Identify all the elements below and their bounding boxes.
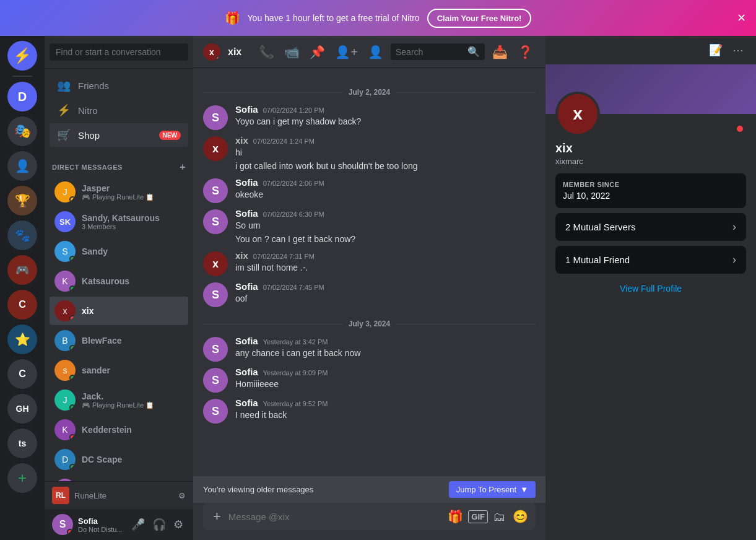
emoji-button[interactable]: 😊 bbox=[510, 507, 531, 526]
sidebar-item-friends[interactable]: 👥 Friends bbox=[50, 74, 188, 97]
sidebar-item-shop[interactable]: 🛒 Shop NEW bbox=[50, 123, 188, 147]
message-content: Sofia Yesterday at 9:09 PM Homiiieeee bbox=[235, 367, 536, 393]
list-item[interactable]: SK Sandy, Katsaurous 3 Members bbox=[50, 207, 188, 236]
view-full-profile-button[interactable]: View Full Profile bbox=[555, 279, 746, 298]
server-icon-1[interactable]: D bbox=[7, 82, 37, 111]
dm-item-name: Katsaurous bbox=[82, 276, 129, 286]
list-item[interactable]: T Teezzyy 🎮 Playing RuneLite 📋 bbox=[50, 475, 188, 481]
message-group: S Sofia 07/02/2024 7:45 PM oof bbox=[193, 279, 545, 310]
message-timestamp: Yesterday at 3:42 PM bbox=[263, 338, 328, 346]
dm-item-name: BlewFace bbox=[82, 336, 122, 346]
gif-button[interactable]: GIF bbox=[468, 510, 488, 523]
chat-contact-status bbox=[215, 56, 220, 61]
search-input[interactable] bbox=[50, 43, 188, 61]
status-indicator bbox=[69, 315, 76, 321]
server-divider bbox=[12, 76, 32, 77]
server-icon-7[interactable]: ⭐ bbox=[7, 324, 37, 354]
message-text: So um bbox=[235, 220, 536, 232]
settings-button[interactable]: ⚙ bbox=[171, 515, 186, 534]
list-item[interactable]: S Sandy bbox=[50, 237, 188, 266]
message-group: S Sofia 07/02/2024 2:06 PM okeoke bbox=[193, 175, 545, 206]
avatar: S bbox=[203, 368, 228, 393]
call-button[interactable]: 📞 bbox=[256, 42, 277, 62]
add-server-button[interactable]: + bbox=[7, 463, 37, 493]
video-button[interactable]: 📹 bbox=[282, 42, 302, 62]
avatar: S bbox=[203, 209, 228, 234]
runelite-settings-icon[interactable]: ⚙ bbox=[178, 491, 186, 500]
more-options-button[interactable]: ⋯ bbox=[730, 41, 746, 59]
mutual-friends-item[interactable]: 1 Mutual Friend › bbox=[555, 246, 746, 274]
mute-button[interactable]: 🎤 bbox=[129, 515, 147, 534]
message-content: Sofia 07/02/2024 7:45 PM oof bbox=[235, 281, 536, 307]
dm-item-name: DC Scape bbox=[82, 455, 122, 464]
avatar: B bbox=[54, 330, 76, 351]
server-icon-6[interactable]: 🎮 bbox=[7, 255, 37, 285]
help-button[interactable]: ❓ bbox=[515, 42, 536, 62]
message-content: Sofia 07/02/2024 1:20 PM Yoyo can i get … bbox=[235, 104, 536, 130]
claim-nitro-button[interactable]: Claim Your Free Nitro! bbox=[427, 9, 532, 28]
server-icon-gh[interactable]: GH bbox=[7, 394, 37, 424]
profile-status-dnd bbox=[735, 124, 745, 134]
nitro-banner: 🎁 You have 1 hour left to get a free tri… bbox=[0, 0, 756, 36]
server-icon-3[interactable]: 👤 bbox=[7, 151, 37, 181]
status-indicator bbox=[69, 256, 76, 262]
add-dm-button[interactable]: + bbox=[180, 162, 186, 173]
list-item[interactable]: J Jasper 🎮 Playing RuneLite 📋 bbox=[50, 178, 188, 206]
list-item[interactable]: J Jack. 🎮 Playing RuneLite 📋 bbox=[50, 386, 188, 414]
add-friend-button[interactable]: 👤+ bbox=[332, 42, 360, 62]
dm-item-info: Katsaurous bbox=[82, 276, 129, 286]
server-icon-5[interactable]: 🐾 bbox=[7, 220, 37, 250]
message-text-continued: You on ? can I get it back now? bbox=[235, 233, 536, 246]
jump-to-present-button[interactable]: Jump To Present ▼ bbox=[449, 481, 536, 498]
dm-item-info: xix bbox=[82, 306, 93, 316]
add-attachment-button[interactable]: + bbox=[208, 508, 226, 525]
deafen-button[interactable]: 🎧 bbox=[150, 515, 168, 534]
message-content: xix 07/02/2024 7:31 PM im still not home… bbox=[235, 250, 536, 276]
profile-button[interactable]: 👤 bbox=[365, 42, 386, 62]
date-divider-text: July 2, 2024 bbox=[349, 88, 390, 97]
discord-home-button[interactable]: ⚡ bbox=[7, 41, 37, 71]
dm-item-info: Sandy, Katsaurous 3 Members bbox=[82, 213, 160, 230]
chat-search-input[interactable] bbox=[396, 47, 464, 57]
server-icon-cheese[interactable]: C bbox=[7, 290, 37, 320]
list-item[interactable]: s sander bbox=[50, 356, 188, 385]
message-header: Sofia Yesterday at 3:42 PM bbox=[235, 336, 536, 346]
server-icon-4[interactable]: 🏆 bbox=[7, 186, 37, 216]
user-panel-status: Do Not Distu... bbox=[78, 526, 124, 533]
mutual-friends-text: 1 Mutual Friend bbox=[565, 255, 630, 265]
close-banner-button[interactable]: ✕ bbox=[737, 11, 746, 25]
list-item[interactable]: K Katsaurous bbox=[50, 267, 188, 295]
avatar: S bbox=[203, 399, 228, 424]
sticker-button[interactable]: 🗂 bbox=[490, 507, 508, 526]
list-item-xix[interactable]: x xix bbox=[50, 297, 188, 325]
list-item[interactable]: K Kedderstein bbox=[50, 416, 188, 444]
status-indicator bbox=[69, 375, 76, 381]
server-icon-ts[interactable]: ts bbox=[7, 429, 37, 458]
dm-item-info: Sandy bbox=[82, 246, 108, 256]
inbox-button[interactable]: 📥 bbox=[490, 42, 510, 62]
nitro-banner-text: You have 1 hour left to get a free trial… bbox=[248, 13, 420, 23]
status-indicator bbox=[69, 345, 76, 351]
dm-item-sub: 3 Members bbox=[82, 223, 160, 230]
message-text: Homiiieeee bbox=[235, 378, 536, 391]
pin-button[interactable]: 📌 bbox=[307, 42, 328, 62]
chevron-right-icon: › bbox=[732, 220, 736, 233]
message-timestamp: 07/02/2024 7:45 PM bbox=[263, 284, 324, 291]
mutual-servers-item[interactable]: 2 Mutual Servers › bbox=[555, 213, 746, 241]
list-item[interactable]: B BlewFace bbox=[50, 326, 188, 355]
server-icon-c[interactable]: C bbox=[7, 359, 37, 389]
server-icon-2[interactable]: 🎭 bbox=[7, 116, 37, 146]
runelite-bar: RL RuneLite ⚙ bbox=[45, 481, 193, 509]
shop-new-badge: NEW bbox=[159, 131, 181, 140]
message-timestamp: Yesterday at 9:52 PM bbox=[263, 400, 328, 407]
message-input[interactable] bbox=[226, 504, 445, 529]
message-timestamp: 07/02/2024 6:30 PM bbox=[263, 211, 324, 218]
nitro-nav-icon: ⚡ bbox=[57, 103, 71, 117]
profile-header-actions: 📝 ⋯ bbox=[545, 36, 756, 64]
message-header: Sofia 07/02/2024 2:06 PM bbox=[235, 177, 536, 188]
add-note-button[interactable]: 📝 bbox=[706, 41, 725, 59]
sidebar-item-nitro[interactable]: ⚡ Nitro bbox=[50, 98, 188, 122]
gift-button[interactable]: 🎁 bbox=[445, 507, 466, 526]
list-item[interactable]: D DC Scape bbox=[50, 445, 188, 474]
avatar: D bbox=[54, 449, 76, 470]
